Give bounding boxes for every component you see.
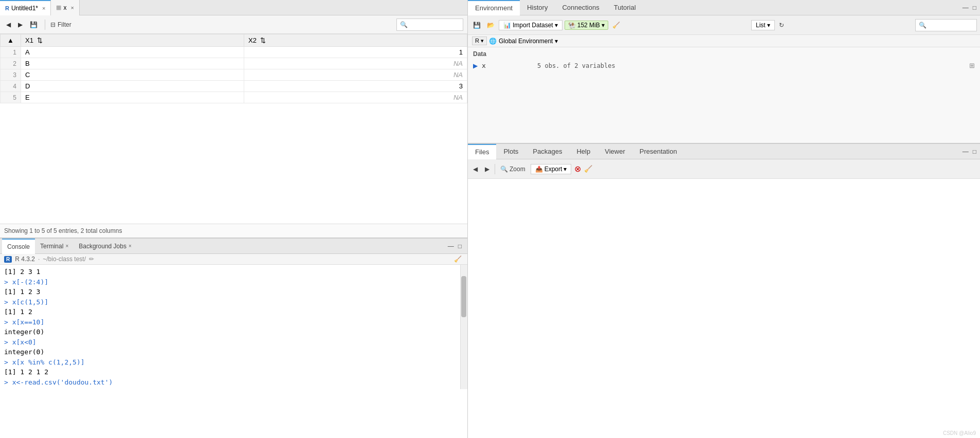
- env-window-controls: — □: [961, 4, 980, 11]
- tab-terminal-close[interactable]: ×: [65, 243, 68, 249]
- table-row: 4 D 3: [1, 81, 467, 92]
- tab-history[interactable]: History: [520, 0, 555, 15]
- refresh-icon: ↻: [779, 22, 784, 29]
- env-tabs: Environment History Connections Tutorial…: [468, 0, 980, 15]
- files-window-controls: — □: [961, 148, 980, 155]
- data-table-container: ▲ X1 ⇅ X2 ⇅ 1 A 1: [0, 34, 467, 224]
- console-window-controls: — □: [446, 243, 465, 250]
- clear-env-button[interactable]: 🧹: [610, 21, 622, 30]
- console-row: [1] 2 3 1 > x[-(2:4)] [1] 1 2 3 > x[c(1,…: [0, 265, 467, 389]
- env-minimize-button[interactable]: —: [961, 4, 970, 11]
- zoom-button[interactable]: 🔍 Zoom: [498, 165, 528, 174]
- tab-tutorial[interactable]: Tutorial: [607, 0, 643, 15]
- save-env-button[interactable]: 💾: [471, 21, 483, 30]
- data-view-icon[interactable]: ⊞: [969, 62, 975, 69]
- global-env-button[interactable]: 🌐 Global Environment ▾: [489, 38, 558, 45]
- tab-background-jobs-close[interactable]: ×: [129, 243, 132, 249]
- search-input[interactable]: [400, 21, 460, 28]
- tab-files[interactable]: Files: [468, 144, 496, 159]
- import-dataset-button[interactable]: 📊 Import Dataset ▾: [499, 20, 562, 30]
- files-maximize-button[interactable]: □: [971, 148, 978, 155]
- watermark: CSDN @AIio9: [943, 430, 976, 436]
- console-path: ·: [38, 256, 40, 263]
- cell-row2-num: 2: [1, 58, 21, 69]
- tab-untitled1-close[interactable]: ×: [42, 5, 45, 11]
- tab-plots[interactable]: Plots: [496, 144, 525, 159]
- r-badge: R: [4, 256, 12, 263]
- divider2: [495, 164, 495, 174]
- delete-plot-button[interactable]: ⊗: [574, 164, 581, 174]
- tab-packages[interactable]: Packages: [525, 144, 569, 159]
- export-label: Export: [545, 166, 562, 173]
- tab-presentation-label: Presentation: [640, 148, 677, 155]
- files-toolbar: ◀ ▶ 🔍 Zoom 📤 Export ▾ ⊗ 🧹: [468, 159, 980, 179]
- r-dropdown-arrow: ▾: [481, 38, 484, 44]
- cell-row5-x2: NA: [244, 92, 467, 103]
- data-expand-icon[interactable]: ▶: [473, 62, 478, 69]
- tab-console[interactable]: Console: [2, 239, 35, 254]
- cell-row1-x2: 1: [244, 47, 467, 58]
- col-x1-header[interactable]: X1 ⇅: [21, 34, 244, 47]
- console-minimize-button[interactable]: —: [446, 243, 456, 250]
- table-row: 5 E NA: [1, 92, 467, 103]
- tab-presentation[interactable]: Presentation: [632, 144, 684, 159]
- cell-row2-x2: NA: [244, 58, 467, 69]
- list-arrow: ▾: [767, 22, 770, 29]
- mem-icon: 🐏: [568, 22, 576, 29]
- open-env-icon: 📂: [487, 22, 495, 29]
- env-panel: Environment History Connections Tutorial…: [468, 0, 980, 144]
- env-maximize-button[interactable]: □: [971, 4, 978, 11]
- globe-icon: 🌐: [489, 38, 497, 45]
- edit-path-icon[interactable]: ✏: [89, 256, 94, 263]
- files-content: [468, 179, 980, 438]
- tab-background-jobs[interactable]: Background Jobs ×: [74, 239, 137, 254]
- open-env-button[interactable]: 📂: [485, 21, 497, 30]
- tab-viewer[interactable]: Viewer: [597, 144, 632, 159]
- nav-forward-button[interactable]: ▶: [16, 20, 25, 29]
- filter-button[interactable]: ⊟ Filter: [50, 21, 71, 28]
- files-forward-button[interactable]: ▶: [483, 165, 492, 174]
- console-scrollbar-thumb: [461, 276, 466, 317]
- console-content[interactable]: [1] 2 3 1 > x[-(2:4)] [1] 1 2 3 > x[c(1,…: [0, 265, 460, 389]
- console-main: [1] 2 3 1 > x[-(2:4)] [1] 1 2 3 > x[c(1,…: [0, 265, 460, 389]
- data-item-x: ▶ x 5 obs. of 2 variables ⊞: [473, 60, 975, 71]
- export-icon: 📤: [535, 166, 543, 173]
- env-search-input[interactable]: [919, 22, 973, 29]
- data-item-desc: 5 obs. of 2 variables: [537, 62, 615, 69]
- list-view-button[interactable]: List ▾: [751, 20, 775, 30]
- files-tabs: Files Plots Packages Help Viewer Present…: [468, 144, 980, 159]
- tab-help[interactable]: Help: [569, 144, 597, 159]
- nav-back-button[interactable]: ◀: [4, 20, 13, 29]
- tab-plots-label: Plots: [503, 148, 518, 155]
- col-x2-header[interactable]: X2 ⇅: [244, 34, 467, 47]
- col-x2-sort: ⇅: [260, 36, 266, 44]
- export-button[interactable]: 📤 Export ▾: [531, 164, 572, 174]
- tab-connections[interactable]: Connections: [555, 0, 606, 15]
- tab-environment[interactable]: Environment: [468, 0, 520, 15]
- right-panel: Environment History Connections Tutorial…: [468, 0, 980, 438]
- files-back-button[interactable]: ◀: [471, 165, 480, 174]
- zoom-label: Zoom: [510, 166, 525, 173]
- console-scrollbar[interactable]: [460, 265, 467, 389]
- clear-plots-button[interactable]: 🧹: [584, 165, 592, 173]
- tab-files-label: Files: [475, 148, 489, 156]
- console-maximize-button[interactable]: □: [457, 243, 463, 250]
- tab-x[interactable]: ▦ x ×: [51, 0, 79, 15]
- tab-connections-label: Connections: [562, 4, 599, 11]
- console-wipe-button[interactable]: 🧹: [452, 256, 463, 263]
- files-minimize-button[interactable]: —: [961, 148, 970, 155]
- r-dropdown-button[interactable]: R ▾: [472, 36, 487, 45]
- refresh-env-button[interactable]: ↻: [777, 21, 786, 30]
- cell-row4-num: 4: [1, 81, 21, 92]
- list-label: List: [756, 22, 766, 29]
- tab-history-label: History: [527, 4, 548, 11]
- env-toolbar: 💾 📂 📊 Import Dataset ▾ 🐏 152 MiB ▾ 🧹: [468, 15, 980, 35]
- tab-terminal[interactable]: Terminal ×: [35, 239, 74, 254]
- tab-x-close[interactable]: ×: [70, 5, 74, 11]
- save-data-button[interactable]: 💾: [28, 20, 40, 29]
- cell-row5-num: 5: [1, 92, 21, 103]
- editor-tabs: R Untitled1* × ▦ x ×: [0, 0, 467, 15]
- tab-untitled1[interactable]: R Untitled1* ×: [0, 0, 51, 15]
- import-arrow: ▾: [555, 22, 558, 29]
- cell-row1-x1: A: [21, 47, 244, 58]
